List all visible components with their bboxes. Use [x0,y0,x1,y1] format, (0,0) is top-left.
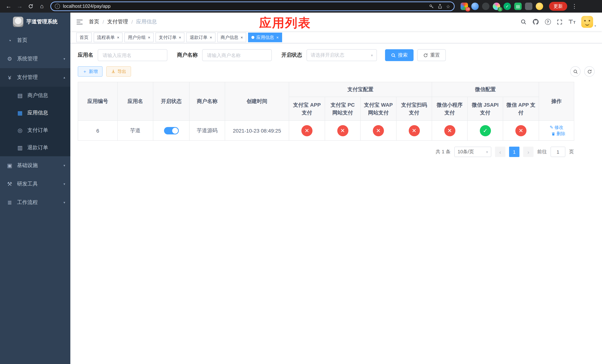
col-actions: 操作 [539,82,574,120]
annotation-app-list: 应用列表 [259,15,311,32]
add-button[interactable]: ＋ 新增 [78,66,103,77]
help-icon[interactable]: ? [545,19,551,25]
sidebar-item-label: 应用信息 [27,109,48,116]
sidebar-item-infrastructure[interactable]: ▣ 基础设施 ▾ [0,156,70,175]
cell-alipay-pc: ✕ [325,120,360,140]
prev-page-button[interactable]: ‹ [495,147,505,157]
extensions-puzzle-icon[interactable] [525,3,532,10]
chevron-up-icon: ▴ [64,75,65,79]
col-merchant: 商户名称 [189,82,225,120]
extension-icon-avatar[interactable]: 1 [493,3,500,10]
tab-home[interactable]: 首页 [76,32,92,42]
chrome-update-button[interactable]: 更新 [549,2,567,11]
bookmark-star-icon[interactable]: ☆ [446,3,450,9]
github-icon[interactable] [532,19,539,25]
browser-menu-icon[interactable]: ⋮ [572,3,578,10]
breadcrumb-current: 应用信息 [136,19,157,25]
delete-link[interactable]: 删除 [551,131,565,137]
page: ← → ⌂ i localhost:1024/pay/app ☆ 10 [0,0,602,364]
cell-wechat-app: ✕ [503,120,539,140]
search-icon[interactable] [520,19,526,25]
address-bar[interactable]: i localhost:1024/pay/app ☆ [50,1,455,11]
back-icon[interactable]: ← [4,1,13,11]
app-name-input[interactable] [98,49,167,61]
collapse-sidebar-icon[interactable] [76,19,83,25]
sidebar-item-merchant-info[interactable]: ▤ 商户信息 [0,87,70,104]
tab-user-group[interactable]: 用户分组 × [125,32,154,42]
top-navbar: 首页 / 支付管理 / 应用信息 ? [70,13,602,31]
page-size-select[interactable]: 10条/页 ▾ [454,147,491,157]
monitor-icon: ▣ [6,162,13,169]
breadcrumb-home[interactable]: 首页 [89,19,99,25]
tab-close-icon[interactable]: × [241,35,243,40]
sidebar-item-system[interactable]: ⚙ 系统管理 ▾ [0,50,70,68]
share-icon[interactable] [438,4,442,9]
search-button[interactable]: 搜索 [385,49,414,61]
user-menu[interactable]: ▾ [581,16,596,28]
sidebar-item-refund-orders[interactable]: ▥ 退款订单 [0,139,70,156]
reset-button[interactable]: 重置 [417,49,446,61]
sidebar-item-app-info[interactable]: ▦ 应用信息 [0,104,70,121]
sidebar-item-workflow[interactable]: ≣ 工作流程 ▾ [0,193,70,212]
edit-link[interactable]: ✎ 修改 [550,124,563,131]
tab-close-icon[interactable]: × [148,35,150,40]
tab-app-info[interactable]: 应用信息 × [248,32,282,42]
edit-pencil-icon: ✎ [550,125,553,130]
merchant-name-input[interactable] [202,49,272,61]
user-avatar[interactable] [581,16,593,28]
page-size-value: 10条/页 [458,149,474,155]
extension-badge: 10 [465,7,470,11]
tab-label: 用户分组 [128,34,146,41]
sidebar-item-payment[interactable]: ¥ 支付管理 ▴ [0,68,70,87]
reload-icon[interactable] [26,1,35,11]
fullscreen-icon[interactable] [557,19,562,25]
current-page[interactable]: 1 [509,147,519,157]
tab-merchant-info[interactable]: 商户信息 × [217,32,246,42]
breadcrumb-separator: / [103,19,104,25]
app-name-label: 应用名 [78,52,93,58]
refresh-button[interactable] [584,66,595,77]
site-info-icon[interactable]: i [55,4,60,9]
chevron-down-icon: ▾ [64,182,65,186]
breadcrumb-payment[interactable]: 支付管理 [107,19,128,25]
status-x-icon: ✕ [515,125,527,136]
extension-icon-chat[interactable]: ▤ [514,3,522,10]
sidebar-item-dev-tools[interactable]: ⚒ 研发工具 ▾ [0,175,70,193]
col-app-id: 应用编号 [78,82,118,120]
goto-label: 前往 [537,149,547,155]
extension-icon-dark[interactable] [482,3,489,10]
extension-icon-check[interactable]: ✓ [504,3,511,10]
app-title: 芋道管理系统 [26,19,58,25]
forward-icon[interactable]: → [15,1,24,11]
password-key-icon[interactable] [429,4,434,9]
tab-process-form[interactable]: 流程表单 × [94,32,123,42]
tab-close-icon[interactable]: × [210,35,212,40]
extension-icon-drop[interactable] [471,3,479,10]
page-content: 应用名 商户名称 开启状态 请选择开启状态 ▾ 搜索 重置 [70,43,602,364]
dashboard-icon: ◔ [6,37,13,43]
tab-close-icon[interactable]: × [117,35,119,40]
status-select[interactable]: 请选择开启状态 ▾ [307,49,377,61]
tab-close-icon[interactable]: × [179,35,181,40]
export-button[interactable]: 导出 [106,66,131,77]
tab-pay-orders[interactable]: 支付订单 × [155,32,184,42]
tab-close-icon[interactable]: × [276,35,279,40]
tab-refund-orders[interactable]: 退款订单 × [186,32,215,42]
sidebar-item-home[interactable]: ◔ 首页 [0,31,70,50]
next-page-button[interactable]: › [523,147,534,157]
font-size-icon[interactable]: ⊤T [568,19,576,25]
tab-label: 首页 [80,34,88,41]
toggle-search-button[interactable] [570,66,580,77]
goto-page-input[interactable] [550,147,565,157]
extension-icon-emoji[interactable] [536,3,543,10]
status-x-icon: ✕ [301,125,312,136]
sidebar-item-pay-orders[interactable]: ◎ 支付订单 [0,121,70,139]
app-table: 应用编号 应用名 开启状态 商户名称 创建时间 支付宝配置 微信配置 操作 支付… [78,82,574,141]
extension-icon-colorful[interactable]: 10 [461,3,468,10]
export-button-label: 导出 [117,68,126,75]
status-toggle[interactable] [164,127,179,134]
cell-app-name: 芋道 [118,120,153,140]
home-icon[interactable]: ⌂ [37,1,47,11]
tab-label: 流程表单 [97,34,115,41]
col-wechat-jsapi: 微信 JSAPI 支付 [467,97,503,120]
